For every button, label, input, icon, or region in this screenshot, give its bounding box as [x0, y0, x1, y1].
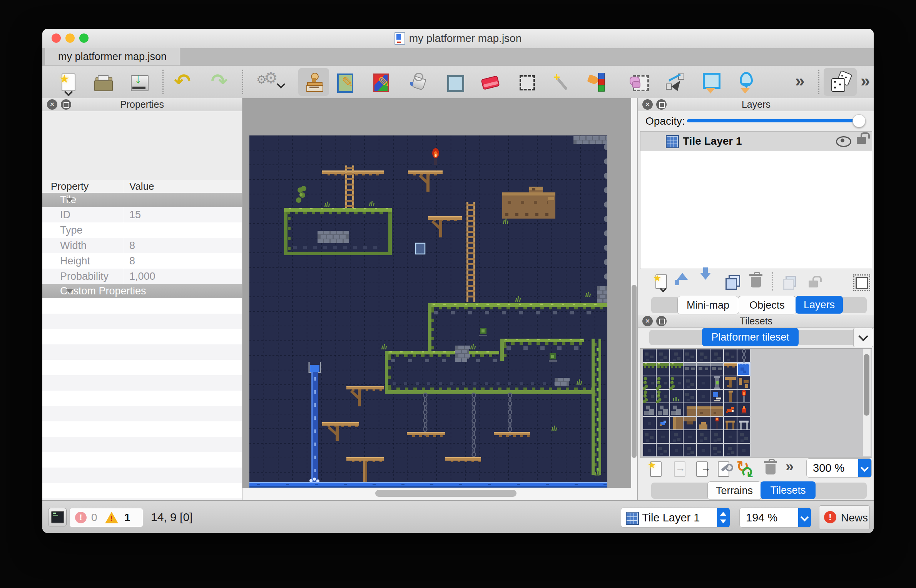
tab-platformer-tileset[interactable]: Platformer tileset [702, 328, 799, 346]
open-file-button[interactable] [93, 72, 113, 92]
redo-button[interactable]: ↷ [210, 72, 230, 92]
insert-rectangle-tool[interactable] [700, 72, 720, 92]
tab-objects[interactable]: Objects [738, 296, 796, 314]
new-layer-button[interactable]: ★ [652, 273, 671, 291]
tileset-view [640, 348, 872, 458]
tileset-canvas[interactable] [643, 349, 751, 457]
layer-unlocked-icon[interactable] [857, 137, 866, 144]
save-button[interactable]: ↓ [129, 72, 149, 92]
issues-counter[interactable]: ! 0 1 [69, 508, 143, 527]
prop-row-type[interactable]: Type [42, 222, 242, 238]
raise-layer-button[interactable] [677, 273, 695, 291]
eraser-tool[interactable] [480, 72, 500, 92]
status-bar: ! 0 1 14, 9 [0] Tile Layer 1 194 % ! New… [42, 500, 874, 533]
prop-row-id[interactable]: ID 15 [42, 207, 242, 223]
close-panel-icon[interactable]: ✕ [47, 99, 57, 110]
error-count: 0 [91, 511, 97, 524]
remove-tileset-button[interactable] [762, 460, 780, 478]
prop-row-probability[interactable]: Probability 1,000 [42, 269, 242, 284]
tileset-dropdown-button[interactable] [853, 328, 873, 347]
main-toolbar: ★ ↓ ↶ ↷ ⚙ ⚙ [42, 66, 874, 99]
layer-visibility-icon[interactable] [836, 136, 851, 147]
layer-row-tile-layer-1[interactable]: Tile Layer 1 [640, 132, 872, 151]
toolbar-overflow-button[interactable]: » [859, 72, 874, 92]
panel-title: Tilesets [638, 315, 874, 327]
tab-mini-map[interactable]: Mini-map [677, 296, 739, 314]
properties-panel: ✕ Properties Property Value Tile ID 15 T… [42, 98, 242, 500]
group-custom-properties[interactable]: Custom Properties [42, 284, 242, 299]
h-scrollbar-thumb[interactable] [375, 490, 517, 497]
close-panel-icon[interactable]: ✕ [642, 316, 653, 326]
automap-button[interactable]: ⚙ ⚙ [258, 72, 278, 92]
shape-fill-tool[interactable] [444, 72, 464, 92]
bucket-fill-tool[interactable] [408, 72, 428, 92]
group-tile[interactable]: Tile [42, 193, 242, 207]
main-area: ✕ Properties Property Value Tile ID 15 T… [42, 98, 874, 500]
terrain-fill-tool[interactable]: ✎ [372, 72, 392, 92]
duplicate-layer-button[interactable] [723, 273, 742, 291]
select-objects-tool[interactable] [629, 72, 649, 92]
new-tileset-button[interactable]: ★ [647, 460, 665, 478]
tileset-overflow-button[interactable]: » [785, 460, 803, 478]
panel-title: Layers [638, 98, 874, 111]
duplicate-disabled-icon [781, 273, 799, 291]
tilesets-panel-header: ✕ Tilesets [638, 315, 874, 328]
undo-button[interactable]: ↶ [173, 72, 193, 92]
opacity-slider-handle[interactable] [852, 114, 866, 127]
tab-my-platformer-map[interactable]: my platformer map.json [45, 48, 180, 65]
layer-name: Tile Layer 1 [683, 135, 742, 147]
opacity-slider[interactable] [687, 119, 864, 122]
prop-row-height[interactable]: Height 8 [42, 253, 242, 269]
tileset-scrollbar-thumb[interactable] [864, 354, 869, 416]
v-scrollbar-thumb[interactable] [632, 285, 637, 458]
magic-wand-tool[interactable]: + [553, 72, 573, 92]
map-canvas[interactable] [249, 135, 607, 488]
float-panel-icon[interactable] [656, 316, 667, 326]
random-mode-button[interactable] [830, 72, 850, 92]
layers-panel-header: ✕ Layers [638, 98, 874, 111]
current-layer-select[interactable]: Tile Layer 1 [621, 508, 730, 528]
float-panel-icon[interactable] [61, 99, 71, 110]
opacity-label: Opacity: [645, 115, 685, 127]
window-title: my platformer map.json [409, 32, 522, 45]
zoom-select[interactable]: 194 % [739, 508, 811, 528]
new-map-button[interactable]: ★ [59, 72, 79, 92]
edit-polygons-tool[interactable] [665, 72, 685, 92]
edit-tileset-button[interactable] [715, 460, 733, 478]
rect-select-tool[interactable] [517, 72, 537, 92]
tab-tilesets[interactable]: Tilesets [761, 481, 816, 499]
properties-empty-rows [42, 298, 242, 533]
panel-title: Properties [42, 98, 242, 111]
tab-terrains[interactable]: Terrains [707, 481, 761, 500]
tile-layer-icon [666, 135, 679, 148]
news-button[interactable]: ! News [819, 505, 870, 530]
reload-tileset-button[interactable]: ↻ ↻ [736, 460, 755, 478]
tileset-buttons-bar: ★ → → ↻ ↻ » [638, 457, 874, 481]
terrain-brush-tool[interactable]: ✎ [336, 72, 356, 92]
window-title-wrap: my platformer map.json [42, 29, 874, 48]
close-panel-icon[interactable]: ✕ [642, 99, 653, 110]
app-window: my platformer map.json my platformer map… [42, 29, 874, 533]
stepper-icon [717, 508, 730, 527]
highlight-current-layer-button[interactable] [852, 273, 870, 291]
tab-label: my platformer map.json [58, 51, 167, 63]
news-alert-icon: ! [824, 511, 836, 523]
embed-tileset-icon: → [671, 460, 689, 478]
lock-disabled-icon [805, 273, 823, 291]
layer-buttons-bar: ★ [638, 270, 874, 294]
tab-layers[interactable]: Layers [796, 296, 843, 314]
same-tile-select-tool[interactable] [587, 72, 607, 92]
prop-row-width[interactable]: Width 8 [42, 238, 242, 254]
export-tileset-button[interactable]: → [693, 460, 712, 478]
map-view [242, 98, 637, 500]
float-panel-icon[interactable] [656, 99, 667, 110]
tileset-zoom-select[interactable]: 300 % [806, 458, 872, 478]
insert-point-tool[interactable] [735, 72, 755, 92]
console-button[interactable] [48, 508, 67, 526]
title-bar: my platformer map.json [42, 29, 874, 48]
document-icon [394, 32, 405, 45]
more-tools-button[interactable]: » [794, 72, 814, 92]
stamp-brush-tool[interactable] [304, 72, 324, 92]
lower-layer-button[interactable] [700, 273, 719, 291]
remove-layer-button[interactable] [747, 273, 766, 291]
